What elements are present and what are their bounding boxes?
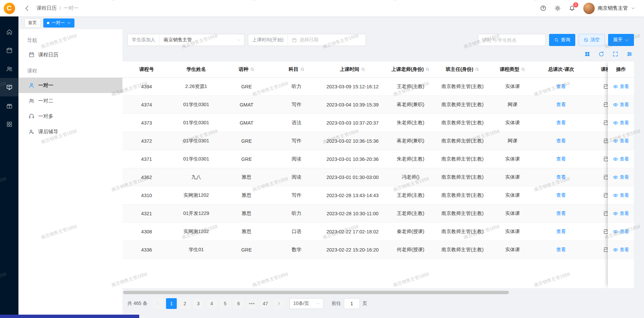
page-size-select[interactable]: 10条/页	[289, 298, 323, 309]
page-button[interactable]: 3	[193, 298, 204, 309]
action-view-link[interactable]: 查看	[620, 102, 629, 108]
column-search-icon[interactable]	[521, 67, 525, 72]
eye-icon[interactable]	[613, 138, 618, 144]
start-time-picker[interactable]: 上课时间(开始) 选择日期	[248, 34, 366, 46]
notifications[interactable]: 0	[569, 5, 575, 12]
tab-one-to-one[interactable]: 一对一	[43, 18, 74, 28]
rail-item-apps[interactable]	[0, 115, 18, 133]
rail-item-contacts[interactable]	[0, 59, 18, 78]
lessons-view-link[interactable]: 查看	[556, 101, 566, 108]
eye-icon[interactable]	[613, 211, 618, 216]
student-adder-select[interactable]: 学生添加人 南京销售主管	[127, 34, 245, 46]
eye-icon[interactable]	[613, 84, 618, 89]
eye-icon[interactable]	[613, 247, 618, 253]
chevron-down-icon[interactable]	[631, 6, 635, 10]
clear-button[interactable]: 清空	[579, 34, 605, 46]
chevron-down-icon	[625, 38, 629, 42]
page-button[interactable]: 4	[206, 298, 217, 309]
expand-button[interactable]: 展开	[608, 34, 634, 46]
grid-view-icon[interactable]	[584, 51, 590, 57]
column-label: 课程号	[139, 66, 154, 73]
breadcrumb-parent[interactable]: 课程日历	[37, 5, 57, 11]
page-button[interactable]: 6	[233, 298, 244, 309]
action-view-link[interactable]: 查看	[620, 247, 629, 253]
action-view-link[interactable]: 查看	[620, 211, 629, 217]
page-button[interactable]: 47	[260, 298, 271, 309]
action-view-link[interactable]: 查看	[620, 156, 629, 162]
query-button[interactable]: 查询	[549, 34, 575, 46]
back-button[interactable]	[24, 5, 31, 12]
rail-item-course[interactable]	[0, 78, 18, 96]
lessons-view-link[interactable]: 查看	[556, 156, 566, 162]
column-header[interactable]: 课程类型	[487, 66, 538, 73]
column-search-icon[interactable]	[300, 67, 305, 72]
column-header[interactable]: 上课时间	[322, 66, 383, 73]
help-icon[interactable]	[540, 5, 546, 11]
active-dot	[47, 22, 49, 24]
column-search-icon[interactable]	[361, 67, 365, 72]
eye-icon[interactable]	[613, 175, 618, 180]
lessons-view-link[interactable]: 查看	[556, 83, 566, 90]
eye-icon[interactable]	[613, 102, 618, 107]
rail-item-gift[interactable]	[0, 96, 18, 115]
column-header[interactable]: 上课老师(身份)	[383, 66, 438, 73]
close-icon[interactable]	[67, 21, 71, 25]
cell-time: 2023-03-03 10:37-20:37	[322, 120, 383, 126]
column-settings-icon[interactable]	[627, 51, 633, 57]
sidebar-item[interactable]: 一对一	[18, 78, 122, 93]
student-adder-value-box[interactable]: 南京销售主管	[160, 37, 244, 43]
column-search-icon[interactable]	[425, 67, 430, 72]
page-button[interactable]: 1	[166, 298, 177, 309]
prev-page-button[interactable]	[153, 298, 163, 309]
lessons-view-link[interactable]: 查看	[556, 210, 566, 217]
column-header[interactable]: 语种	[222, 66, 271, 73]
next-page-button[interactable]	[273, 298, 284, 309]
date-input[interactable]: 选择日期	[288, 37, 366, 43]
action-view-link[interactable]: 查看	[620, 229, 629, 235]
sidebar-item[interactable]: 一对多	[18, 108, 122, 124]
rail-item-home[interactable]	[0, 22, 18, 41]
lessons-view-link[interactable]: 查看	[556, 174, 566, 180]
page-ellipsis[interactable]: •••	[247, 298, 257, 309]
avatar[interactable]	[583, 3, 595, 14]
action-view-link[interactable]: 查看	[620, 174, 629, 180]
sidebar-item[interactable]: 一对二	[18, 93, 122, 108]
lessons-view-link[interactable]: 查看	[556, 228, 566, 235]
eye-icon[interactable]	[613, 193, 618, 198]
breadcrumb: 课程日历 / 一对一	[37, 5, 78, 11]
page-button[interactable]: 5	[220, 298, 230, 309]
user-menu[interactable]: 南京销售主管	[583, 3, 635, 14]
column-header[interactable]: 科目	[271, 66, 322, 73]
tab-home[interactable]: 首页	[24, 18, 41, 28]
action-view-link[interactable]: 查看	[620, 138, 629, 144]
action-view-link[interactable]: 查看	[620, 120, 629, 126]
sidebar-item[interactable]: 课程日历	[18, 47, 122, 62]
lessons-view-link[interactable]: 查看	[556, 246, 566, 253]
fullscreen-icon[interactable]	[612, 51, 619, 57]
keyword-search-input[interactable]	[478, 34, 546, 46]
column-search-icon[interactable]	[475, 67, 479, 72]
search-icon	[554, 38, 559, 42]
row-action: 查看	[608, 241, 634, 259]
cell-language: 雅思	[222, 192, 271, 198]
page-button[interactable]: 2	[179, 298, 190, 309]
refresh-icon[interactable]	[598, 51, 604, 57]
lessons-view-link[interactable]: 查看	[556, 192, 566, 198]
rail-item-calendar[interactable]	[0, 41, 18, 59]
cell-course_type: 实体课	[487, 156, 538, 162]
column-search-icon[interactable]	[250, 67, 255, 72]
settings-gear-icon[interactable]	[554, 5, 561, 11]
scrollbar-thumb[interactable]	[123, 291, 509, 294]
lessons-view-link[interactable]: 查看	[556, 120, 566, 126]
action-view-link[interactable]: 查看	[620, 192, 629, 198]
eye-icon[interactable]	[613, 229, 618, 234]
jumper-input[interactable]	[344, 298, 360, 309]
eye-icon[interactable]	[613, 120, 618, 126]
action-view-link[interactable]: 查看	[620, 84, 629, 90]
cell-course_type: 实体课	[487, 120, 538, 126]
sidebar-item[interactable]: 课后辅导	[18, 124, 122, 139]
app-logo[interactable]: C	[4, 3, 15, 14]
column-header[interactable]: 班主任(身份)	[438, 66, 487, 73]
eye-icon[interactable]	[613, 156, 618, 162]
lessons-view-link[interactable]: 查看	[556, 138, 566, 144]
